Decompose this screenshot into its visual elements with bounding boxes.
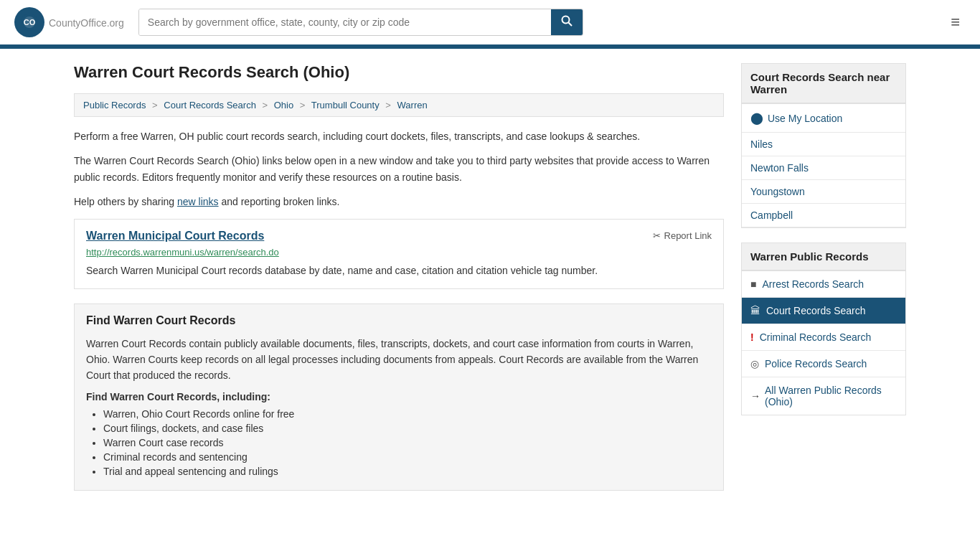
list-item: Warren, Ohio Court Records online for fr… xyxy=(103,408,712,420)
page-title: Warren Court Records Search (Ohio) xyxy=(74,63,724,82)
nearby-youngstown[interactable]: Youngstown xyxy=(750,186,805,197)
breadcrumb-public-records[interactable]: Public Records xyxy=(83,100,146,110)
court-icon: 🏛 xyxy=(750,305,760,316)
desc-para3: Help others by sharing new links and rep… xyxy=(74,194,724,209)
new-links[interactable]: new links xyxy=(177,196,219,207)
breadcrumb: Public Records > Court Records Search > … xyxy=(74,93,724,117)
record-card: Warren Municipal Court Records ✂ Report … xyxy=(74,219,724,289)
list-item: Warren Court case records xyxy=(103,437,712,448)
all-records-link-container: → All Warren Public Records (Ohio) xyxy=(742,377,905,415)
sidebar-loc-niles: Niles xyxy=(742,133,905,156)
search-icon xyxy=(561,15,573,27)
find-list: Warren, Ohio Court Records online for fr… xyxy=(86,408,712,477)
scissors-icon: ✂ xyxy=(653,230,661,241)
sidebar-arrest-records[interactable]: ■ Arrest Records Search xyxy=(742,271,905,298)
sidebar-police-records[interactable]: ◎ Police Records Search xyxy=(742,351,905,377)
logo[interactable]: CO CountyOffice.org xyxy=(14,7,124,37)
location-icon: ⬤ xyxy=(750,111,763,125)
all-records-link[interactable]: All Warren Public Records (Ohio) xyxy=(765,385,897,408)
public-records-heading: Warren Public Records xyxy=(741,242,906,270)
list-item: Trial and appeal sentencing and rulings xyxy=(103,466,712,477)
use-location[interactable]: ⬤ Use My Location xyxy=(742,104,905,133)
nearby-list: ⬤ Use My Location Niles Newton Falls You… xyxy=(741,103,906,228)
svg-text:CO: CO xyxy=(24,18,36,27)
nearby-newton-falls[interactable]: Newton Falls xyxy=(750,162,809,174)
breadcrumb-court-records-search[interactable]: Court Records Search xyxy=(164,100,256,110)
main-container: Warren Court Records Search (Ohio) Publi… xyxy=(60,49,920,517)
record-desc: Search Warren Municipal Court records da… xyxy=(86,263,712,278)
criminal-records-link[interactable]: Criminal Records Search xyxy=(760,331,872,343)
find-body: Warren Court Records contain publicly av… xyxy=(86,336,712,384)
svg-point-3 xyxy=(562,17,569,24)
breadcrumb-ohio[interactable]: Ohio xyxy=(274,100,293,110)
arrow-icon: → xyxy=(750,390,760,402)
record-card-header: Warren Municipal Court Records ✂ Report … xyxy=(86,230,712,242)
nearby-niles[interactable]: Niles xyxy=(750,138,773,150)
search-input[interactable] xyxy=(139,9,551,35)
sidebar-loc-youngstown: Youngstown xyxy=(742,180,905,204)
desc-para1: Perform a free Warren, OH public court r… xyxy=(74,128,724,144)
content-area: Warren Court Records Search (Ohio) Publi… xyxy=(74,63,724,502)
breadcrumb-trumbull-county[interactable]: Trumbull County xyxy=(311,100,380,110)
sidebar-criminal-records[interactable]: ! Criminal Records Search xyxy=(742,324,905,351)
sidebar: Court Records Search near Warren ⬤ Use M… xyxy=(741,63,906,502)
record-title[interactable]: Warren Municipal Court Records xyxy=(86,230,264,242)
nearby-campbell[interactable]: Campbell xyxy=(750,209,793,221)
sidebar-loc-campbell: Campbell xyxy=(742,204,905,227)
use-location-link[interactable]: Use My Location xyxy=(768,113,842,124)
menu-button[interactable]: ≡ xyxy=(945,10,966,34)
find-heading: Find Warren Court Records xyxy=(86,314,712,327)
logo-svg: CO xyxy=(20,13,39,32)
nearby-section: Court Records Search near Warren ⬤ Use M… xyxy=(741,63,906,228)
logo-name: CountyOffice.org xyxy=(49,15,124,30)
arrest-icon: ■ xyxy=(750,278,756,290)
find-section: Find Warren Court Records Warren Court R… xyxy=(74,303,724,491)
police-icon: ◎ xyxy=(750,358,759,369)
nearby-heading: Court Records Search near Warren xyxy=(741,63,906,103)
search-button[interactable] xyxy=(551,9,583,35)
arrest-records-link[interactable]: Arrest Records Search xyxy=(762,278,864,290)
sidebar-court-records[interactable]: 🏛 Court Records Search xyxy=(742,298,905,324)
record-url-link[interactable]: http://records.warrenmuni.us/warren/sear… xyxy=(86,247,279,258)
court-records-link[interactable]: Court Records Search xyxy=(766,305,866,316)
list-item: Criminal records and sentencing xyxy=(103,451,712,463)
sidebar-loc-newton-falls: Newton Falls xyxy=(742,156,905,180)
list-item: Court filings, dockets, and case files xyxy=(103,423,712,434)
record-url: http://records.warrenmuni.us/warren/sear… xyxy=(86,247,712,258)
police-records-link[interactable]: Police Records Search xyxy=(765,358,867,369)
criminal-icon: ! xyxy=(750,331,754,343)
find-list-title: Find Warren Court Records, including: xyxy=(86,391,712,402)
logo-icon: CO xyxy=(14,7,44,37)
header: CO CountyOffice.org ≡ xyxy=(0,0,980,47)
public-records-list: ■ Arrest Records Search 🏛 Court Records … xyxy=(741,270,906,415)
report-link[interactable]: ✂ Report Link xyxy=(653,230,712,241)
breadcrumb-warren[interactable]: Warren xyxy=(397,100,428,110)
svg-line-4 xyxy=(568,23,572,27)
public-records-section: Warren Public Records ■ Arrest Records S… xyxy=(741,242,906,415)
desc-para2: The Warren Court Records Search (Ohio) l… xyxy=(74,153,724,185)
search-bar xyxy=(138,9,583,36)
